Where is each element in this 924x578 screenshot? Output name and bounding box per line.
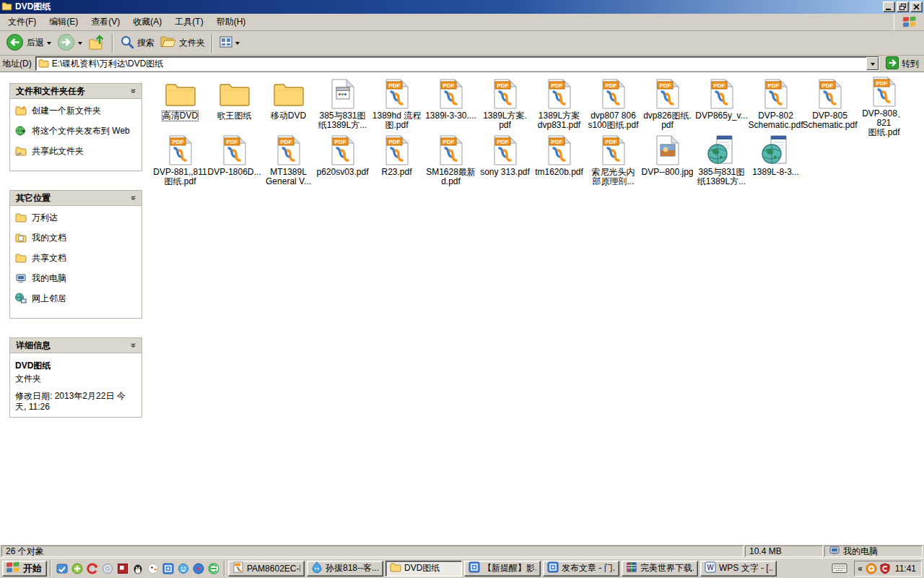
sidebar-item-label: 共享此文件夹 [32, 146, 84, 157]
file-item[interactable]: PDF1389L方案. pdf [478, 74, 532, 131]
player-icon[interactable] [191, 561, 206, 577]
go-button[interactable]: 转到 [883, 56, 922, 72]
task-button[interactable]: PAM8602EC-R... [228, 561, 305, 577]
file-item[interactable]: PDFtm1620b.pdf [532, 131, 586, 187]
views-dropdown-icon[interactable] [235, 42, 240, 47]
sidebar-item[interactable]: 共享此文件夹 [15, 146, 136, 160]
sidebar-item[interactable]: 共享文档 [15, 253, 136, 267]
blue-app-icon[interactable] [54, 561, 69, 577]
red-cp-icon[interactable] [115, 561, 130, 577]
file-label: dvp807 806 s100图纸.pdf [588, 111, 638, 130]
minimize-button[interactable] [883, 1, 895, 12]
file-item[interactable]: PDFSM1628最新 d.pdf [424, 131, 478, 187]
file-item[interactable]: 高清DVD [153, 74, 207, 131]
sidebar-item[interactable]: 万利达 [15, 212, 136, 226]
duck-icon[interactable] [145, 561, 160, 577]
file-item[interactable]: PDFp620sv03.pdf [315, 131, 370, 187]
back-button[interactable]: 后退 [3, 33, 54, 54]
file-label: MT1389L General V... [266, 168, 311, 186]
task-button[interactable]: WWPS 文字 - [... [700, 561, 777, 577]
input-method-button[interactable] [828, 561, 851, 577]
file-item[interactable]: PDF索尼光头内 部原理剖... [586, 131, 640, 187]
details-panel: 详细信息 « DVD图纸 文件夹 修改日期: 2013年2月22日 今天, 11… [9, 337, 142, 418]
file-item[interactable]: 歌王图纸 [207, 74, 261, 131]
start-button[interactable]: 开始 [2, 561, 47, 577]
file-tasks-header[interactable]: 文件和文件夹任务 « [10, 84, 141, 99]
sidebar-item[interactable]: 创建一个新文件夹 [15, 105, 136, 119]
close-button[interactable] [910, 1, 923, 12]
menu-item-4[interactable]: 工具(T) [168, 13, 209, 31]
menu-item-2[interactable]: 查看(V) [84, 13, 126, 31]
collapse-chevron-icon[interactable]: « [128, 196, 139, 201]
file-item[interactable]: PDFDVP-805 Schematic.pdf [803, 74, 857, 131]
file-item[interactable]: 1389L-8-3... [749, 131, 803, 187]
wps-icon: W [705, 561, 716, 575]
file-item[interactable]: PDF1389L方案 dvp831.pdf [532, 74, 586, 131]
views-button[interactable] [217, 33, 243, 54]
html-icon [706, 132, 738, 166]
file-item[interactable]: PDFDVP-802 Schematic.pdf [749, 74, 803, 131]
green-plus-icon[interactable] [69, 561, 84, 577]
task-button[interactable]: DVD图纸 [385, 561, 462, 577]
forward-dropdown-icon[interactable] [78, 42, 82, 47]
file-item[interactable]: PDFDVP-881,,811 图纸.pdf [153, 131, 207, 187]
search-button[interactable]: 搜索 [117, 33, 157, 54]
file-item[interactable]: PDFDVP-1806D... [207, 131, 261, 187]
folders-label: 文件夹 [179, 37, 205, 49]
restore-button[interactable] [897, 1, 909, 12]
file-item[interactable]: PDFdvp826图纸. pdf [640, 74, 694, 131]
task-button[interactable]: 孙援818--客... [307, 561, 383, 577]
wangwang-icon[interactable] [175, 561, 191, 577]
sidebar-item[interactable]: 我的文档 [15, 233, 136, 246]
orange-ring-icon[interactable] [866, 563, 877, 574]
collapse-chevron-icon[interactable]: « [128, 89, 139, 94]
file-item[interactable]: 385与831图 纸1389L方... [315, 74, 370, 131]
pdf-icon: PDF [165, 132, 196, 166]
file-item[interactable]: 移动DVD [261, 74, 315, 131]
forward-button[interactable] [54, 33, 85, 54]
file-item[interactable]: DVP--800.jpg [640, 131, 694, 187]
file-item[interactable]: PDFR23.pdf [370, 131, 424, 187]
file-item[interactable]: 385与831图 纸1389L方... [694, 131, 749, 187]
folder-icon [15, 212, 27, 226]
file-item[interactable]: PDFDVP-808、821 图纸.pdf [857, 74, 911, 131]
file-item[interactable]: PDFMT1389L General V... [261, 131, 315, 187]
file-item[interactable]: PDF1389hd 流程 图.pdf [370, 74, 424, 131]
up-button[interactable] [85, 33, 108, 54]
task-button[interactable]: 完美世界下载... [622, 561, 698, 577]
network-icon [15, 293, 27, 307]
file-item[interactable]: PDF1389l-3-30.... [424, 74, 478, 131]
tray-expand-chevron[interactable]: « [858, 564, 863, 574]
file-item[interactable]: PDFsony 313.pdf [478, 131, 532, 187]
other-places-header[interactable]: 其它位置 « [10, 191, 141, 206]
file-item[interactable]: PDFDVP865y_v... [694, 74, 749, 131]
task-button[interactable]: 发布文章 - 门... [543, 561, 619, 577]
address-input[interactable] [52, 59, 866, 69]
collapse-chevron-icon[interactable]: « [128, 343, 139, 348]
file-area: 高清DVD歌王图纸移动DVD385与831图 纸1389L方...PDF1389… [144, 72, 924, 544]
address-dropdown-button[interactable] [866, 57, 879, 70]
sidebar-item[interactable]: 我的电脑 [15, 273, 136, 287]
green-e-icon[interactable] [206, 561, 221, 577]
file-item[interactable]: PDFdvp807 806 s100图纸.pdf [586, 74, 640, 131]
folder-icon [15, 253, 27, 267]
red-swirl-icon[interactable] [84, 561, 100, 577]
back-dropdown-icon[interactable] [47, 42, 51, 47]
details-header[interactable]: 详细信息 « [10, 338, 141, 353]
menu-item-1[interactable]: 编辑(E) [43, 13, 84, 31]
svg-text:PDF: PDF [821, 82, 833, 89]
red-shield-icon[interactable] [879, 563, 891, 574]
folders-button[interactable]: 文件夹 [157, 33, 208, 54]
menu-item-5[interactable]: 帮助(H) [210, 13, 253, 31]
disc-icon[interactable] [100, 561, 115, 577]
menu-item-0[interactable]: 文件(F) [1, 13, 43, 31]
address-field[interactable] [35, 56, 879, 71]
menu-item-3[interactable]: 收藏(A) [126, 13, 168, 31]
blue-forum-icon[interactable] [160, 561, 175, 577]
sidebar-item[interactable]: 将这个文件夹发布到 Web [15, 126, 136, 139]
sidebar-item[interactable]: 网上邻居 [15, 293, 136, 307]
file-label: 1389hd 流程 图.pdf [372, 111, 421, 130]
title-bar: DVD图纸 [0, 0, 924, 14]
task-button[interactable]: 【新提醒】影... [464, 561, 541, 577]
qq-penguin-icon[interactable] [130, 561, 145, 577]
